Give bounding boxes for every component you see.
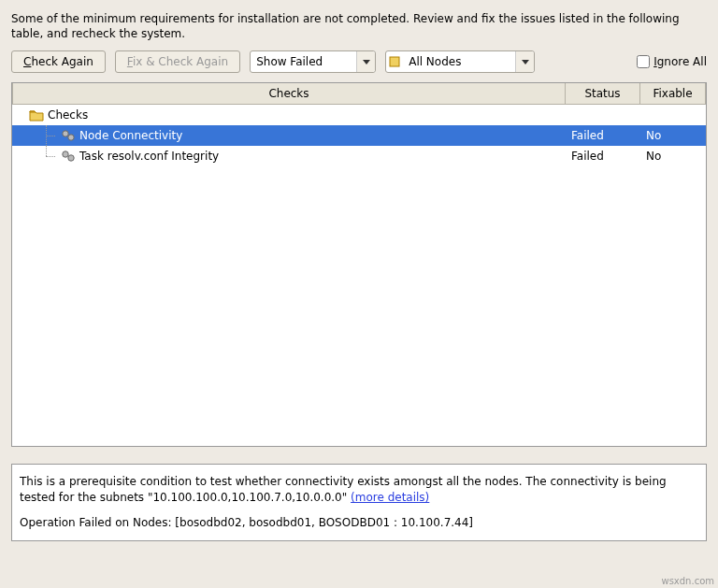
svg-point-2 — [68, 135, 74, 140]
table-body: Checks Node Connectivity Failed No — [12, 105, 706, 446]
svg-point-4 — [68, 155, 74, 161]
node-select-label: All Nodes — [403, 52, 515, 71]
fix-check-again-button[interactable]: Fix & Check Again — [115, 50, 240, 73]
column-fixable[interactable]: Fixable — [640, 83, 706, 104]
check-again-button[interactable]: Check Again — [11, 50, 106, 73]
status-cell: Failed — [566, 150, 640, 163]
show-filter-select[interactable]: Show Failed — [250, 50, 376, 73]
column-checks[interactable]: Checks — [12, 83, 566, 104]
more-details-link[interactable]: (more details) — [351, 491, 429, 504]
chevron-down-icon — [515, 51, 534, 72]
ignore-all-label: Ignore All — [653, 55, 707, 68]
check-label: Task resolv.conf Integrity — [79, 150, 219, 163]
svg-point-3 — [63, 151, 68, 157]
gears-icon — [61, 129, 76, 142]
intro-text: Some of the minimum requirements for ins… — [11, 11, 707, 41]
details-panel: This is a prerequisite condition to test… — [11, 464, 707, 540]
table-header: Checks Status Fixable — [12, 83, 706, 105]
ignore-all-checkbox[interactable]: Ignore All — [637, 55, 707, 68]
table-row[interactable]: Node Connectivity Failed No — [12, 125, 706, 146]
toolbar: Check Again Fix & Check Again Show Faile… — [11, 50, 707, 73]
watermark: wsxdn.com — [661, 576, 714, 586]
table-row[interactable]: Task resolv.conf Integrity Failed No — [12, 146, 706, 166]
svg-rect-0 — [390, 57, 399, 66]
tree-root-label: Checks — [48, 108, 88, 122]
show-filter-label: Show Failed — [251, 52, 356, 71]
svg-point-1 — [63, 131, 68, 136]
tree-root-row[interactable]: Checks — [12, 105, 706, 125]
ignore-all-input[interactable] — [637, 55, 650, 68]
fixable-cell: No — [640, 129, 706, 142]
chevron-down-icon — [356, 51, 375, 72]
operation-failed-text: Operation Failed on Nodes: [bosodbd02, b… — [20, 515, 698, 531]
details-text: This is a prerequisite condition to test… — [20, 475, 667, 504]
node-select[interactable]: All Nodes — [385, 50, 535, 73]
checks-table: Checks Status Fixable Checks — [11, 82, 707, 447]
folder-icon — [29, 108, 44, 122]
check-label: Node Connectivity — [79, 129, 182, 142]
fixable-cell: No — [640, 150, 706, 163]
nodes-icon — [386, 55, 403, 68]
status-cell: Failed — [566, 129, 640, 142]
gears-icon — [61, 150, 76, 163]
column-status[interactable]: Status — [566, 83, 640, 104]
